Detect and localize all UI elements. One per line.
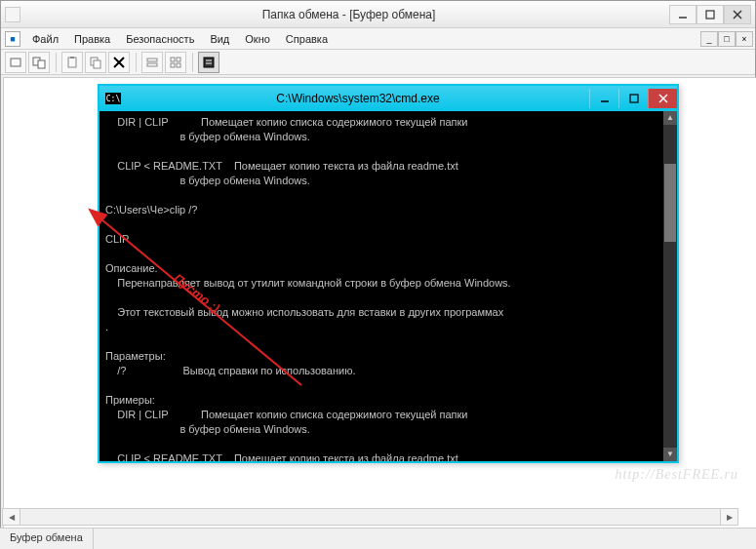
cmd-minimize-button[interactable] [589,89,618,108]
toolbar-copy-button[interactable] [85,52,106,73]
svg-rect-1 [706,11,714,19]
cmd-line: DIR | CLIP Помещает копию списка содержи… [105,409,468,420]
cmd-line: CLIP < README.TXT Помещает копию текста … [105,160,458,172]
app-icon [5,7,20,22]
close-button[interactable] [724,5,751,24]
svg-rect-7 [68,58,76,67]
cmd-line: в буфер обмена Windows. [105,423,310,435]
main-window: Папка обмена - [Буфер обмена] ■ Файл Пра… [0,0,756,549]
cmd-line: /? Вывод справки по использованию. [105,365,356,376]
cmd-line: CLIP [105,233,129,245]
menu-file[interactable]: Файл [24,31,66,47]
cmd-title: C:\Windows\system32\cmd.exe [127,92,589,105]
svg-rect-17 [171,63,175,67]
toolbar-separator [136,53,138,72]
cmd-titlebar[interactable]: C:\ C:\Windows\system32\cmd.exe [99,86,677,111]
menu-edit[interactable]: Правка [66,31,118,47]
toolbar-view1-button[interactable] [141,52,163,73]
svg-rect-6 [38,60,45,68]
toolbar-view2-button[interactable] [165,52,186,73]
window-title: Папка обмена - [Буфер обмена] [28,8,669,21]
svg-rect-13 [147,59,157,61]
cmd-maximize-button[interactable] [618,89,648,108]
watermark: http://BestFREE.ru [616,467,738,483]
scroll-left-icon[interactable]: ◀ [3,509,20,525]
menu-view[interactable]: Вид [202,31,237,47]
mdi-restore-button[interactable]: □ [718,31,736,47]
menu-window[interactable]: Окно [237,31,278,47]
status-cell: Буфер обмена [0,529,94,549]
svg-rect-15 [171,58,175,61]
toolbar-view3-button[interactable] [198,52,219,73]
toolbar-delete-button[interactable] [108,52,130,73]
cmd-close-button[interactable] [648,89,677,108]
svg-rect-8 [70,57,74,59]
cmd-line: Этот текстовый вывод можно использовать … [105,306,503,318]
cmd-line: CLIP < README.TXT Помещает копию текста … [105,452,458,461]
svg-rect-19 [204,58,214,67]
titlebar[interactable]: Папка обмена - [Буфер обмена] [1,1,755,28]
toolbar-btn-2[interactable] [28,52,50,73]
cmd-scrollbar[interactable]: ▲ ▼ [663,111,677,461]
toolbar-separator [56,53,58,72]
scroll-track[interactable] [663,125,677,448]
cmd-line: Параметры: [105,350,166,362]
cmd-line: . [105,321,108,333]
toolbar-paste-button[interactable] [61,52,83,73]
cmd-icon: C:\ [105,93,121,104]
minimize-button[interactable] [669,5,696,24]
cmd-line: в буфер обмена Windows. [105,175,310,186]
svg-rect-10 [94,60,100,68]
menubar: ■ Файл Правка Безопасность Вид Окно Спра… [1,28,755,50]
scroll-down-icon[interactable]: ▼ [663,448,677,461]
svg-rect-4 [11,59,20,66]
cmd-window-controls [589,89,677,108]
menu-help[interactable]: Справка [278,31,336,47]
horizontal-scrollbar[interactable]: ◀ ▶ [2,508,738,526]
cmd-line: Примеры: [105,394,155,406]
svg-rect-16 [177,58,180,61]
toolbar-btn-1[interactable] [5,52,26,73]
cmd-line: Описание. [105,262,158,274]
statusbar: Буфер обмена [0,528,756,549]
cmd-line: в буфер обмена Windows. [105,131,310,142]
toolbar-separator [192,53,194,72]
svg-rect-23 [630,95,638,102]
mdi-close-button[interactable]: × [736,31,753,47]
menu-security[interactable]: Безопасность [118,31,202,47]
client-area: C:\ C:\Windows\system32\cmd.exe DIR | CL… [3,77,756,529]
svg-rect-14 [147,63,157,66]
cmd-line: DIR | CLIP Помещает копию списка содержи… [105,116,468,128]
mdi-minimize-button[interactable]: _ [700,31,718,47]
scroll-thumb[interactable] [664,164,676,242]
scroll-right-icon[interactable]: ▶ [720,509,737,525]
cmd-line: C:\Users\Че>clip /? [105,204,197,216]
toolbar [1,50,755,75]
window-controls [669,5,751,24]
scroll-up-icon[interactable]: ▲ [663,111,677,125]
svg-rect-18 [177,63,180,67]
cmd-line: Перенаправляет вывод от утилит командной… [105,277,511,289]
maximize-button[interactable] [696,5,724,24]
app-menubar-icon[interactable]: ■ [5,31,20,47]
